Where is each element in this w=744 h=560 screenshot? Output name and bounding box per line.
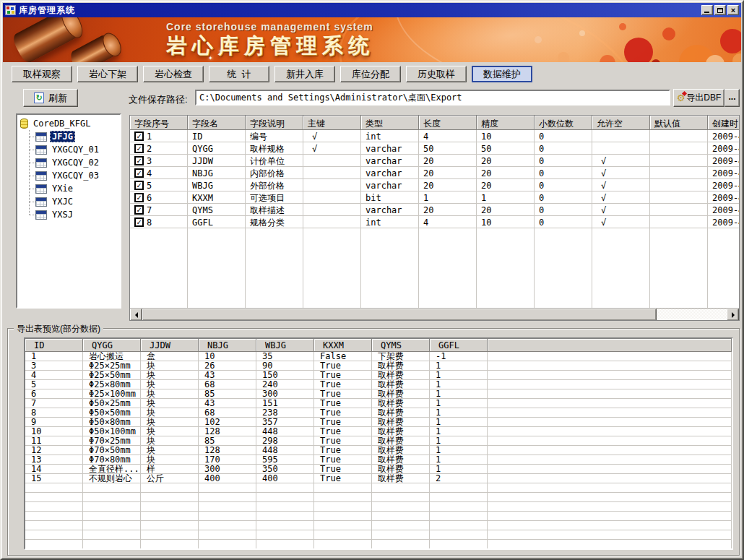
- preview-row[interactable]: 7Φ50×25mm块43151True取样费1: [25, 399, 732, 408]
- field-row[interactable]: ✓4NBJG内部价格varchar20200√2009-4-: [130, 167, 739, 179]
- field-cell-def: [650, 142, 708, 155]
- tree-item[interactable]: YXGCQY_02: [25, 156, 118, 169]
- save-path-input[interactable]: [195, 90, 670, 105]
- field-cell-pk: [303, 155, 361, 167]
- fields-header-cell[interactable]: 创建时: [708, 116, 739, 130]
- scroll-track[interactable]: [657, 309, 727, 320]
- fields-header-cell[interactable]: 字段序号: [130, 116, 188, 130]
- preview-cell: 块: [141, 380, 199, 389]
- preview-cell: 取样费: [372, 427, 430, 436]
- preview-empty-row: [25, 530, 732, 540]
- preview-cell: 块: [141, 418, 199, 427]
- preview-cell: True: [314, 408, 372, 418]
- checkbox[interactable]: ✓: [134, 205, 144, 215]
- toolbar-button[interactable]: 新井入库: [274, 66, 335, 82]
- tree-root[interactable]: CoreDB_KFGL: [19, 117, 118, 130]
- preview-header-cell[interactable]: GGFL: [430, 339, 488, 352]
- toolbar-button[interactable]: 统 计: [209, 66, 269, 82]
- fields-header-cell[interactable]: 主键: [303, 116, 361, 130]
- refresh-button[interactable]: ↻ 刷新: [23, 89, 78, 107]
- preview-header-cell[interactable]: JJDW: [141, 339, 199, 352]
- preview-row[interactable]: 12Φ70×50mm块128448True取样费1: [25, 446, 732, 455]
- minimize-button[interactable]: [701, 5, 713, 15]
- fields-header-cell[interactable]: 长度: [419, 116, 477, 130]
- export-dbf-button[interactable]: ⚙ 导出DBF: [673, 89, 724, 107]
- tree-item[interactable]: YXJC: [25, 195, 118, 208]
- banner-bubble: [624, 38, 653, 62]
- banner-bubble: [579, 30, 585, 36]
- preview-cell-filler: [488, 493, 732, 502]
- scroll-thumb[interactable]: [142, 309, 657, 321]
- preview-header-cell[interactable]: WBJG: [256, 339, 314, 352]
- toolbar-button[interactable]: 岩心检查: [143, 66, 204, 82]
- checkbox[interactable]: ✓: [134, 168, 144, 178]
- horizontal-scrollbar[interactable]: [130, 308, 739, 320]
- maximize-button[interactable]: [714, 5, 726, 15]
- field-cell-pk: [303, 204, 361, 216]
- field-cell-scale: 0: [535, 216, 592, 228]
- checkbox[interactable]: ✓: [134, 193, 144, 202]
- field-row[interactable]: ✓8GGFL规格分类int4100√2009-4-: [130, 216, 739, 228]
- fields-header-cell[interactable]: 精度: [477, 116, 535, 130]
- toolbar-button[interactable]: 数据维护: [472, 66, 532, 82]
- fields-header-cell[interactable]: 默认值: [650, 116, 708, 130]
- checkbox[interactable]: ✓: [134, 132, 144, 141]
- preview-cell: [314, 521, 372, 530]
- toolbar-button[interactable]: 取样观察: [12, 66, 72, 82]
- preview-row[interactable]: 4Φ25×50mm块43150True取样费1: [25, 371, 732, 380]
- tree-item[interactable]: YXGCQY_01: [25, 143, 118, 156]
- field-row[interactable]: ✓5WBJG外部价格varchar20200√2009-4-: [130, 179, 739, 191]
- preview-header-cell[interactable]: NBJG: [199, 339, 256, 352]
- preview-cell: 取样费: [372, 455, 430, 465]
- close-button[interactable]: ×: [727, 5, 739, 15]
- preview-cell-filler: [488, 446, 732, 455]
- fields-header-cell[interactable]: 类型: [361, 116, 419, 130]
- preview-cell: 43: [199, 371, 256, 380]
- preview-row[interactable]: 10Φ50×100mm块128448True取样费1: [25, 427, 732, 436]
- scroll-right-button[interactable]: [727, 309, 739, 321]
- preview-row[interactable]: 3Φ25×25mm块2690True取样费1: [25, 361, 732, 371]
- preview-row[interactable]: 8Φ50×50mm块68238True取样费1: [25, 408, 732, 418]
- checkbox[interactable]: ✓: [134, 156, 144, 165]
- tree-item[interactable]: YXie: [25, 182, 118, 195]
- preview-cell: 13: [25, 455, 83, 465]
- browse-button[interactable]: ...: [724, 89, 740, 107]
- checkbox[interactable]: ✓: [134, 144, 144, 153]
- preview-row[interactable]: 13Φ70×80mm块170595True取样费1: [25, 455, 732, 465]
- tree-item[interactable]: YXSJ: [25, 208, 118, 221]
- preview-cell: 128: [199, 427, 256, 436]
- preview-header-cell[interactable]: ID: [25, 339, 83, 352]
- preview-cell: 448: [256, 446, 314, 455]
- checkbox[interactable]: ✓: [134, 217, 144, 227]
- preview-cell-filler: [488, 512, 732, 521]
- fields-header-cell[interactable]: 字段名: [188, 116, 246, 130]
- field-row[interactable]: ✓1ID编号√int41002009-4-: [130, 130, 739, 142]
- field-row[interactable]: ✓3JJDW计价单位varchar20200√2009-4-: [130, 155, 739, 167]
- preview-cell: [256, 540, 314, 549]
- preview-row[interactable]: 15不规则岩心公斤400400True取样费2: [25, 474, 732, 483]
- toolbar-button[interactable]: 库位分配: [340, 66, 401, 82]
- preview-row[interactable]: 5Φ25×80mm块68240True取样费1: [25, 380, 732, 389]
- preview-cell: [25, 521, 83, 530]
- fields-header-cell[interactable]: 允许空: [592, 116, 650, 130]
- preview-row[interactable]: 14全直径样...样300350True取样费1: [25, 465, 732, 474]
- preview-row[interactable]: 9Φ50×80mm块102357True取样费1: [25, 418, 732, 427]
- minimize-icon: [704, 12, 709, 13]
- scroll-left-button[interactable]: [130, 309, 142, 321]
- preview-header-cell[interactable]: QYGG: [83, 339, 141, 352]
- fields-header-cell[interactable]: 小数位数: [535, 116, 592, 130]
- field-row[interactable]: ✓6KXXM可选项目bit110√2009-4-: [130, 191, 739, 204]
- preview-header-cell[interactable]: QYMS: [372, 339, 430, 352]
- tree-item[interactable]: YXGCQY_03: [25, 169, 118, 182]
- preview-row[interactable]: 11Φ70×25mm块85298True取样费1: [25, 436, 732, 446]
- field-row[interactable]: ✓2QYGG取样规格√varchar505002009-4-: [130, 142, 739, 155]
- fields-header-cell[interactable]: 字段说明: [246, 116, 303, 130]
- toolbar-button[interactable]: 历史取样: [406, 66, 467, 82]
- toolbar-button[interactable]: 岩心下架: [77, 66, 138, 82]
- checkbox[interactable]: ✓: [134, 181, 144, 190]
- preview-row[interactable]: 1岩心搬运盒1035False下架费-1: [25, 352, 732, 361]
- preview-header-cell[interactable]: KXXM: [314, 339, 372, 352]
- preview-row[interactable]: 6Φ25×100mm块85300True取样费1: [25, 389, 732, 399]
- tree-item[interactable]: JFJG: [25, 130, 118, 143]
- field-row[interactable]: ✓7QYMS取样描述varchar20200√2009-4-: [130, 204, 739, 216]
